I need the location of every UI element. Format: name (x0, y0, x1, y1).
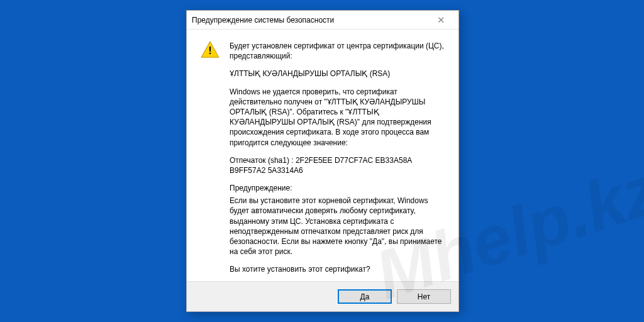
ca-name: ҰЛТТЫҚ КУӘЛАНДЫРУШЫ ОРТАЛЫҚ (RSA) (230, 69, 445, 79)
dialog-footer: Да Нет (187, 281, 458, 311)
text-column: Будет установлен сертификат от центра се… (230, 41, 445, 277)
intro-text: Будет установлен сертификат от центра се… (230, 41, 445, 61)
svg-text:!: ! (208, 45, 212, 57)
titlebar: Предупреждение системы безопасности ✕ (187, 11, 458, 30)
warning-header: Предупреждение: (230, 183, 445, 193)
yes-button[interactable]: Да (338, 289, 392, 304)
install-question: Вы хотите установить этот сертификат? (230, 264, 445, 274)
security-warning-dialog: Предупреждение системы безопасности ✕ ! … (186, 10, 459, 312)
close-icon: ✕ (437, 14, 445, 26)
no-button[interactable]: Нет (397, 289, 451, 304)
dialog-title: Предупреждение системы безопасности (192, 16, 428, 25)
verify-text: Windows не удается проверить, что сертиф… (230, 87, 445, 148)
dialog-content: ! Будет установлен сертификат от центра … (187, 30, 458, 281)
close-button[interactable]: ✕ (428, 11, 453, 29)
warning-icon: ! (201, 41, 219, 58)
icon-column: ! (201, 41, 219, 277)
warning-body: Если вы установите этот корневой сертифи… (230, 196, 445, 257)
thumbprint: Отпечаток (sha1) : 2F2FE5EE D77CF7AC EB3… (230, 155, 445, 175)
